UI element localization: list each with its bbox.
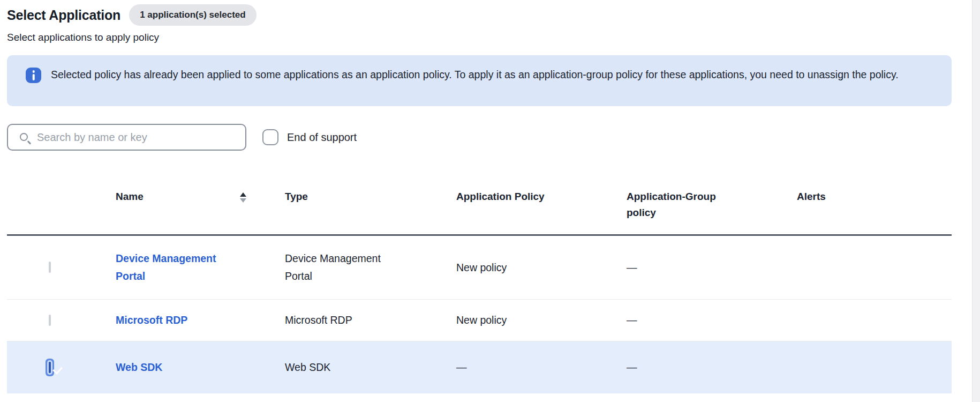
application-group-policy-value: — xyxy=(627,259,797,277)
column-header-type: Type xyxy=(285,189,456,205)
table-row: Device Management Portal Device Manageme… xyxy=(7,236,952,300)
page-title: Select Application xyxy=(7,4,120,26)
scrollbar[interactable] xyxy=(972,0,980,402)
sort-icon[interactable] xyxy=(240,192,246,203)
application-policy-value: — xyxy=(456,359,627,376)
search-input[interactable] xyxy=(37,125,240,150)
search-icon xyxy=(20,133,28,141)
info-icon xyxy=(26,68,41,83)
table-row: Microsoft RDP Microsoft RDP New policy — xyxy=(7,300,952,341)
column-header-name[interactable]: Name xyxy=(116,189,285,205)
app-type: Web SDK xyxy=(285,359,330,376)
search-box xyxy=(7,124,246,151)
application-policy-value: New policy xyxy=(456,311,627,329)
applications-table: Name Type Application Policy Application… xyxy=(7,182,952,393)
row-checkbox[interactable] xyxy=(49,262,51,273)
page-subtitle: Select applications to apply policy xyxy=(7,30,159,45)
info-banner: Selected policy has already been applied… xyxy=(7,55,952,106)
application-group-policy-value: — xyxy=(627,359,797,376)
selected-count-badge: 1 application(s) selected xyxy=(129,4,256,26)
end-of-support-label: End of support xyxy=(287,131,357,144)
application-policy-value: New policy xyxy=(456,259,627,277)
row-checkbox[interactable] xyxy=(49,362,51,373)
table-row-selected: Web SDK Web SDK — — xyxy=(7,341,952,393)
column-header-application-policy: Application Policy xyxy=(456,189,627,205)
select-application-page: Select Application 1 application(s) sele… xyxy=(0,0,980,402)
end-of-support-checkbox[interactable] xyxy=(262,129,278,145)
row-checkbox[interactable] xyxy=(49,315,51,326)
info-banner-text: Selected policy has already been applied… xyxy=(51,66,899,84)
app-name-link[interactable]: Device Management Portal xyxy=(116,250,242,285)
table-header-row: Name Type Application Policy Application… xyxy=(7,182,952,234)
sort-asc-icon xyxy=(240,192,246,197)
sort-desc-icon xyxy=(240,198,246,203)
column-header-application-group-policy: Application-Group policy xyxy=(627,189,734,221)
app-name-link[interactable]: Web SDK xyxy=(116,359,162,376)
application-group-policy-value: — xyxy=(627,311,797,329)
page-header: Select Application 1 application(s) sele… xyxy=(7,4,257,26)
app-type: Device Management Portal xyxy=(285,250,397,285)
app-type: Microsoft RDP xyxy=(285,311,352,329)
column-header-alerts: Alerts xyxy=(797,189,952,205)
app-name-link[interactable]: Microsoft RDP xyxy=(116,311,187,329)
end-of-support-filter: End of support xyxy=(262,124,357,151)
